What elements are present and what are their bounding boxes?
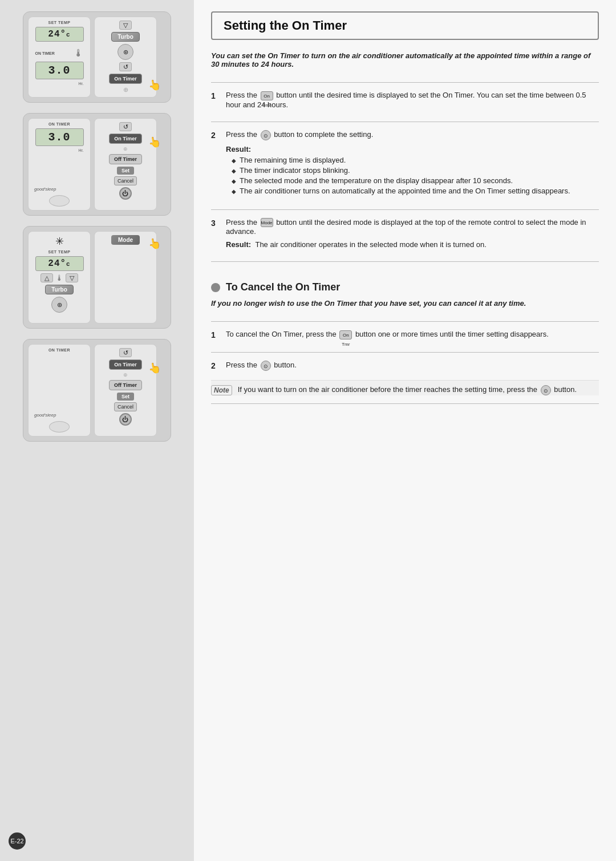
cancel-step-1-post: button one or more times until the timer… bbox=[353, 330, 549, 338]
remote3-right: Mode 👆 bbox=[94, 231, 157, 324]
title-box: Setting the On Timer bbox=[211, 11, 599, 40]
left-panel: SET TEMP 24°c ON TIMER 🌡 3.0 Hr. ▽ Turbo… bbox=[0, 0, 194, 861]
step-2-result: Result: ◆ The remaining time is displaye… bbox=[226, 145, 599, 195]
remote-image-2: ON TIMER 3.0 Hr. good'sleep ↺ On Timer ⊕… bbox=[23, 113, 171, 216]
finger-icon-2: 👆 bbox=[147, 135, 161, 149]
step-3-text: Press the Mode button until the desired … bbox=[226, 218, 599, 236]
remote-image-3: ✳ SET TEMP 24°c △ 🌡 ▽ Turbo ⊛ Mode 👆 bbox=[23, 226, 171, 329]
remote-image-4: ON TIMER good'sleep ↺ On Timer ⊕ Off Tim… bbox=[23, 339, 171, 442]
set-btn-icon-cancel: ⊙ bbox=[261, 361, 271, 371]
remote3-down-btn: ▽ bbox=[66, 273, 78, 282]
divider-6 bbox=[211, 352, 599, 353]
remote1-timer-display: 3.0 bbox=[35, 62, 84, 79]
step-2-number: 2 bbox=[211, 131, 222, 140]
remote1-plus-icon: ⊕ bbox=[123, 86, 128, 94]
step-1-number: 1 bbox=[211, 91, 222, 100]
cancel-step-2: 2 Press the ⊙ button. bbox=[211, 361, 599, 371]
remote2-set-btn[interactable]: Set bbox=[117, 167, 134, 175]
remote4-power-btn[interactable]: ⏻ bbox=[119, 413, 132, 426]
cancel-step-1-number: 1 bbox=[211, 330, 222, 339]
remote2-right: ↺ On Timer ⊕ Off Timer Set Cancel ⏻ 👆 bbox=[94, 118, 157, 211]
cancel-intro: If you no longer wish to use the On Time… bbox=[211, 299, 599, 308]
remote2-set-cancel: Set Cancel ⏻ bbox=[114, 167, 137, 200]
diamond-icon-2-2: ◆ bbox=[232, 168, 236, 174]
step-3: 3 Press the Mode button until the desire… bbox=[211, 218, 599, 249]
note-box: Note If you want to turn on the air cond… bbox=[211, 380, 599, 395]
remote1-thermo-icon: 🌡 bbox=[74, 47, 84, 59]
snow-icon: ✳ bbox=[55, 235, 64, 248]
note-set-btn-icon: ⊙ bbox=[541, 385, 551, 395]
remote2-timer-sub: Hr. bbox=[35, 148, 84, 152]
page-title: Setting the On Timer bbox=[224, 18, 586, 33]
remote3-turbo-btn: Turbo bbox=[45, 285, 74, 294]
note-label: Note bbox=[211, 385, 232, 395]
result-label-2: Result: bbox=[226, 145, 251, 153]
result-item-2-3: ◆ The selected mode and the temperature … bbox=[232, 176, 599, 185]
divider-2 bbox=[211, 122, 599, 122]
remote3-display: 24°c bbox=[35, 256, 84, 271]
step-1-text-post: button until the desired time is display… bbox=[226, 91, 586, 109]
remote1-on-timer-btn[interactable]: On Timer bbox=[109, 74, 141, 84]
cancel-step-1: 1 To cancel the On Timer, press the On T… bbox=[211, 330, 599, 339]
remote4-on-timer-label: ON TIMER bbox=[48, 348, 70, 352]
result-text-2-2: The timer indicator stops blinking. bbox=[240, 166, 350, 175]
remote2-off-timer-btn[interactable]: Off Timer bbox=[109, 154, 142, 164]
set-btn-icon-2: ⊙ bbox=[261, 130, 271, 140]
result-list-2: ◆ The remaining time is displayed. ◆ The… bbox=[232, 156, 599, 195]
remote2-cancel-btn[interactable]: Cancel bbox=[114, 176, 137, 185]
finger-icon-3: 👆 bbox=[147, 236, 161, 250]
on-timer-btn-icon-1: On Tmr bbox=[261, 91, 273, 100]
divider-1 bbox=[211, 82, 599, 83]
remote2-oval-btn bbox=[49, 195, 70, 207]
remote1-up-arrow: ▽ bbox=[119, 21, 132, 30]
cancel-step-1-pre: To cancel the On Timer, press the bbox=[226, 330, 338, 338]
cancel-step-2-content: Press the ⊙ button. bbox=[226, 361, 599, 371]
result-text-2-3: The selected mode and the temperature on… bbox=[240, 176, 513, 185]
remote-image-1: SET TEMP 24°c ON TIMER 🌡 3.0 Hr. ▽ Turbo… bbox=[23, 11, 171, 103]
result-item-2-2: ◆ The timer indicator stops blinking. bbox=[232, 166, 599, 175]
step-3-number: 3 bbox=[211, 219, 222, 228]
remote2-timer-display: 3.0 bbox=[35, 128, 84, 146]
mode-btn-icon-3: Mode bbox=[261, 218, 273, 227]
remote1-swing-btn: ↺ bbox=[119, 62, 132, 71]
remote1-turbo-btn: Turbo bbox=[111, 32, 140, 42]
cancel-section-heading: To Cancel the On Timer bbox=[211, 281, 599, 293]
page: SET TEMP 24°c ON TIMER 🌡 3.0 Hr. ▽ Turbo… bbox=[0, 0, 616, 861]
divider-7 bbox=[211, 403, 599, 404]
remote1-right: ▽ Turbo ⊛ ↺ On Timer 👆 ⊕ bbox=[94, 17, 157, 98]
remote4-swing-btn: ↺ bbox=[119, 348, 132, 357]
remote4-set-btn[interactable]: Set bbox=[117, 393, 134, 401]
remote2-plus-icon: ⊕ bbox=[123, 146, 128, 152]
step-1-content: Press the On Tmr button until the desire… bbox=[226, 91, 599, 109]
remote4-on-timer-row: ON TIMER bbox=[48, 348, 70, 352]
remote2-swing-btn: ↺ bbox=[119, 122, 132, 131]
remote4-off-timer-btn[interactable]: Off Timer bbox=[109, 380, 142, 390]
cancel-step-2-post: button. bbox=[272, 361, 297, 370]
remote3-fan-btn: ⊛ bbox=[51, 297, 67, 313]
diamond-icon-2-3: ◆ bbox=[232, 178, 236, 184]
page-number: E-22 bbox=[9, 832, 26, 850]
result-item-2-4: ◆ The air conditioner turns on automatic… bbox=[232, 187, 599, 195]
remote3-mode-btn[interactable]: Mode bbox=[111, 235, 140, 245]
step-2-text: Press the ⊙ button to complete the setti… bbox=[226, 130, 599, 140]
finger-icon-1: 👆 bbox=[147, 78, 161, 92]
remote4-on-timer-btn[interactable]: On Timer bbox=[109, 359, 141, 370]
remote2-on-timer-btn[interactable]: On Timer bbox=[109, 134, 141, 144]
step-1: 1 Press the On Tmr button until the desi… bbox=[211, 91, 599, 109]
remote4-cancel-btn[interactable]: Cancel bbox=[114, 402, 137, 411]
step-1-text-pre: Press the bbox=[226, 91, 260, 99]
right-panel: Setting the On Timer You can set the On … bbox=[194, 0, 616, 861]
remote1-on-timer-label: SET TEMP bbox=[48, 21, 70, 25]
remote1-fan-btn: ⊛ bbox=[117, 44, 133, 60]
cancel-heading-title: To Cancel the On Timer bbox=[226, 281, 340, 293]
step-3-result: Result: The air conditioner operates in … bbox=[226, 240, 599, 249]
result-label-3: Result: bbox=[226, 240, 251, 249]
remote3-left: ✳ SET TEMP 24°c △ 🌡 ▽ Turbo ⊛ bbox=[28, 231, 91, 324]
remote2-good-sleep-label: good'sleep bbox=[34, 187, 56, 192]
result-text-3-1: The air conditioner operates in the sele… bbox=[255, 240, 486, 249]
step-2: 2 Press the ⊙ button to complete the set… bbox=[211, 130, 599, 197]
cancel-step-1-content: To cancel the On Timer, press the On Tmr… bbox=[226, 330, 599, 339]
divider-4 bbox=[211, 261, 599, 262]
note-text: If you want to turn on the air condition… bbox=[238, 385, 577, 395]
remote2-power-btn[interactable]: ⏻ bbox=[119, 187, 132, 200]
